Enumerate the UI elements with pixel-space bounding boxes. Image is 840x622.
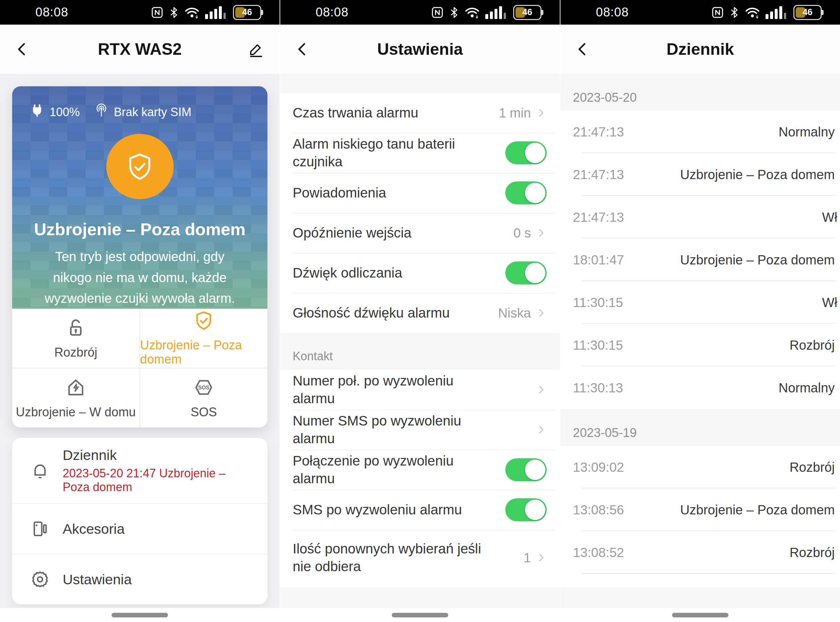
log-list: 2023-05-20 21:47:13 Normalny 21:47:13 Uz… — [560, 74, 840, 587]
home-indicator[interactable] — [111, 613, 168, 617]
page-title: Dziennik — [666, 40, 734, 59]
bottom-strip — [560, 587, 840, 608]
log-entry-row[interactable]: 21:47:13 Normalny — [560, 111, 840, 153]
nfc-icon — [151, 6, 164, 19]
menu-item-accessories[interactable]: Akcesoria — [12, 503, 267, 554]
row-value: 0 s — [514, 226, 531, 241]
home-indicator[interactable] — [672, 613, 729, 617]
open-padlock-icon — [65, 317, 86, 340]
mode-grid: Rozbrój Uzbrojenie – Poza domem Uzbrojen… — [12, 309, 267, 427]
shield-check-icon — [193, 310, 214, 332]
chevron-right-icon — [535, 107, 547, 119]
mode-arm-home-button[interactable]: Uzbrojenie – W domu — [12, 368, 139, 427]
log-date-header: 2023-05-20 — [560, 74, 840, 111]
chevron-right-icon — [535, 307, 547, 319]
armed-shield-badge — [106, 134, 174, 199]
bluetooth-icon — [169, 6, 179, 19]
battery-percent: 46 — [234, 6, 260, 19]
settings-row-sms-on-alarm[interactable]: SMS po wyzwoleniu alarmu — [280, 490, 560, 530]
log-entry-row[interactable]: 21:47:13 Wł — [560, 196, 840, 238]
menu-item-log[interactable]: Dziennik 2023-05-20 21:47 Uzbrojenie – P… — [12, 438, 267, 503]
edit-icon[interactable] — [248, 41, 264, 57]
mode-description: Ten tryb jest odpowiedni, gdy nikogo nie… — [41, 246, 238, 309]
toggle-on[interactable] — [505, 261, 547, 284]
mode-label: Uzbrojenie – W domu — [16, 405, 136, 419]
settings-row-call-on-alarm[interactable]: Połączenie po wyzwoleniu alarmu — [280, 450, 560, 490]
svg-text:SOS: SOS — [198, 385, 209, 390]
chevron-right-icon — [535, 552, 547, 563]
device-content: 100% Brak karty SIM Uzbrojenie – Poza do… — [0, 74, 280, 608]
log-entry-row[interactable]: 13:08:56 Uzbrojenie – Poza domem — [560, 488, 840, 531]
settings-row-countdown-sound[interactable]: Dźwięk odliczania — [280, 253, 560, 293]
toggle-on[interactable] — [505, 181, 547, 204]
home-indicator-area — [560, 608, 840, 622]
device-header: RTX WAS2 — [0, 24, 280, 74]
settings-row-call-number[interactable]: Numer poł. po wyzwoleniu alarmu — [280, 370, 560, 410]
log-entry-row[interactable]: 11:30:13 Normalny — [560, 366, 840, 409]
mode-label: SOS — [191, 405, 217, 419]
wifi-icon — [184, 6, 200, 19]
log-entry-row[interactable]: 11:30:15 Wł — [560, 281, 840, 324]
settings-row-sms-number[interactable]: Numer SMS po wyzwoleniu alarmu — [280, 410, 560, 450]
settings-row-notifications[interactable]: Powiadomienia — [280, 173, 560, 213]
status-time: 08:08 — [316, 5, 349, 19]
nfc-icon — [431, 6, 444, 19]
nfc-icon — [711, 6, 724, 19]
mode-disarm-button[interactable]: Rozbrój — [12, 309, 139, 368]
toggle-on[interactable] — [505, 499, 547, 521]
back-button[interactable] — [575, 42, 590, 57]
home-indicator[interactable] — [392, 613, 448, 617]
mode-arm-away-button[interactable]: Uzbrojenie – Poza domem — [140, 309, 267, 368]
settings-row-redial-count[interactable]: Ilość ponownych wybierań jeśli nie odbie… — [280, 530, 560, 585]
house-bolt-icon — [65, 377, 86, 399]
shield-check-icon — [125, 152, 155, 182]
screen-log: 08:08 46 Dziennik 2023-05-20 21:47:13 No… — [560, 0, 840, 622]
bluetooth-icon — [449, 6, 459, 19]
battery-percent: 46 — [794, 6, 821, 19]
door-sensor-icon — [30, 519, 50, 538]
toggle-on[interactable] — [505, 458, 547, 481]
plug-icon — [30, 103, 44, 121]
status-time: 08:08 — [35, 5, 68, 19]
sim-status-label: Brak karty SIM — [114, 105, 191, 119]
wifi-icon — [464, 6, 480, 19]
battery-icon: 46 — [513, 5, 541, 20]
toggle-on[interactable] — [505, 142, 547, 165]
device-menu-card: Dziennik 2023-05-20 21:47 Uzbrojenie – P… — [12, 438, 267, 604]
last-event-text: 2023-05-20 21:47 Uzbrojenie – Poza domem — [63, 466, 254, 494]
log-entry-row[interactable]: 13:08:52 Rozbrój — [560, 531, 840, 574]
settings-list: Czas trwania alarmu 1 min Alarm niskiego… — [280, 74, 560, 587]
mode-title: Uzbrojenie – Poza domem — [34, 220, 245, 239]
menu-item-settings[interactable]: Ustawienia — [12, 554, 267, 604]
settings-row-entry-delay[interactable]: Opóźnienie wejścia 0 s — [280, 213, 560, 253]
log-entry-row[interactable]: 21:47:13 Uzbrojenie – Poza domem — [560, 153, 840, 196]
menu-label: Akcesoria — [63, 521, 125, 537]
log-entry-row[interactable]: 13:09:02 Rozbrój — [560, 446, 840, 488]
settings-row-low-battery-alarm[interactable]: Alarm niskiego tanu baterii czujnika — [280, 133, 560, 173]
device-status-card: 100% Brak karty SIM Uzbrojenie – Poza do… — [12, 86, 267, 427]
battery-percent: 46 — [514, 6, 540, 19]
bell-icon — [30, 461, 50, 480]
menu-label: Ustawienia — [63, 572, 131, 588]
settings-row-alarm-volume[interactable]: Głośność dźwięku alarmu Niska — [280, 293, 560, 333]
page-title: Ustawienia — [377, 40, 463, 59]
row-value: Niska — [498, 306, 531, 320]
status-bar: 08:08 46 — [280, 0, 560, 24]
mode-sos-button[interactable]: SOS SOS — [140, 368, 267, 427]
device-battery-label: 100% — [50, 105, 80, 119]
wifi-icon — [744, 6, 760, 19]
mode-label: Rozbrój — [55, 345, 98, 360]
status-bar: 08:08 46 — [0, 0, 280, 24]
log-entry-row[interactable]: 18:01:47 Uzbrojenie – Poza domem — [560, 238, 840, 281]
page-title: RTX WAS2 — [98, 40, 182, 59]
battery-icon: 46 — [793, 5, 822, 20]
screen-device: 08:08 46 RTX WAS2 100 — [0, 0, 280, 622]
settings-row-alarm-duration[interactable]: Czas trwania alarmu 1 min — [280, 93, 560, 133]
back-button[interactable] — [14, 42, 29, 57]
status-bar: 08:08 46 — [560, 0, 840, 24]
signal-bars-icon — [205, 6, 226, 19]
log-entry-row[interactable]: 11:30:15 Rozbrój — [560, 324, 840, 366]
back-button[interactable] — [295, 42, 310, 57]
antenna-icon — [94, 103, 108, 121]
row-value: 1 — [524, 550, 531, 565]
